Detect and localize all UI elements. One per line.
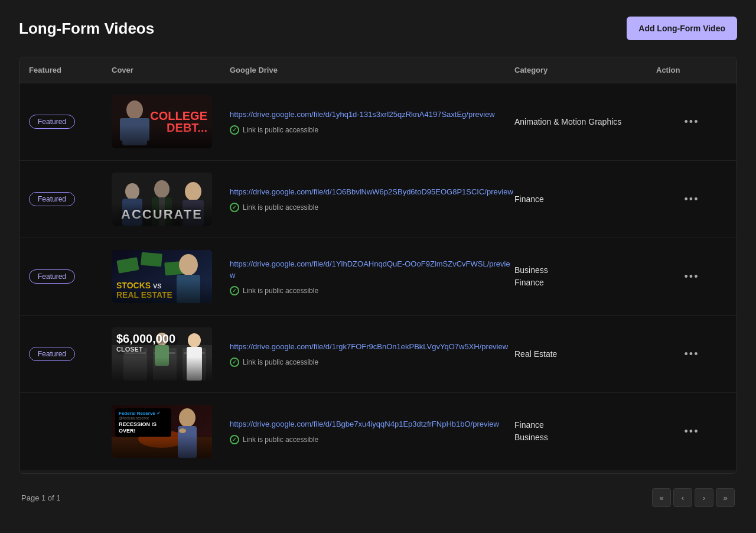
more-actions-button[interactable]: •••: [680, 346, 704, 363]
svg-point-16: [179, 254, 198, 275]
cover-cell: Federal Reserve ✓ @federalreserve RECESS…: [112, 405, 230, 458]
drive-url-link[interactable]: https://drive.google.com/file/d/1rgk7FOF…: [230, 341, 514, 353]
category-cell: Animation & Motion Graphics: [514, 116, 656, 128]
featured-cell: Featured: [29, 347, 112, 361]
featured-badge: Featured: [29, 347, 75, 361]
featured-cell: Featured: [29, 192, 112, 206]
category-cell: BusinessFinance: [514, 264, 656, 289]
link-status: Link is public accessible: [230, 286, 514, 295]
featured-badge: Featured: [29, 269, 75, 284]
link-status: Link is public accessible: [230, 125, 514, 135]
more-actions-button[interactable]: •••: [680, 191, 704, 208]
link-status: Link is public accessible: [230, 435, 514, 444]
link-status: Link is public accessible: [230, 358, 514, 367]
svg-point-5: [125, 183, 139, 200]
cover-thumbnail: Federal Reserve ✓ @federalreserve RECESS…: [112, 405, 212, 458]
drive-link-cell: https://drive.google.com/file/d/1YlhDZOA…: [230, 258, 514, 295]
table-row: Featured COLLEGEDEBT...: [19, 83, 737, 161]
category-cell: FinanceBusiness: [514, 419, 656, 444]
page-title: Long-Form Videos: [19, 20, 154, 38]
drive-url-link[interactable]: https://drive.google.com/file/d/1YlhDZOA…: [230, 258, 514, 281]
category-cell: Real Estate: [514, 348, 656, 360]
action-cell: •••: [656, 268, 727, 285]
first-page-button[interactable]: «: [652, 488, 671, 507]
category-cell: Finance: [514, 193, 656, 206]
th-category: Category: [514, 66, 656, 74]
tweet-overlay: Federal Reserve ✓ @federalreserve RECESS…: [115, 408, 171, 437]
cover-cell: $6,000,000CLOSET: [112, 327, 230, 381]
table-row: Featured: [19, 316, 737, 393]
th-action: Action: [656, 66, 727, 74]
cover-cell: STOCKS vsREAL ESTATE: [112, 250, 230, 303]
svg-point-28: [188, 333, 201, 347]
link-status-text: Link is public accessible: [243, 203, 318, 212]
featured-cell: Featured: [29, 115, 112, 129]
cover-thumbnail: STOCKS vsREAL ESTATE: [112, 250, 212, 303]
next-page-button[interactable]: ›: [695, 488, 713, 507]
action-cell: •••: [656, 113, 727, 131]
drive-link-cell: https://drive.google.com/file/d/1Bgbe7xu…: [230, 418, 514, 444]
table-header: Featured Cover Google Drive Category Act…: [19, 57, 737, 83]
link-status-text: Link is public accessible: [243, 436, 318, 444]
pagination: Page 1 of 1 « ‹ › »: [19, 479, 737, 516]
link-status: Link is public accessible: [230, 203, 514, 212]
page-info: Page 1 of 1: [21, 493, 61, 502]
check-icon: [230, 203, 239, 212]
check-icon: [230, 435, 239, 444]
drive-url-link[interactable]: https://drive.google.com/file/d/1O6BbvlN…: [230, 186, 514, 198]
link-status-text: Link is public accessible: [243, 126, 318, 134]
table-body: Featured COLLEGEDEBT...: [19, 83, 737, 470]
svg-point-7: [154, 180, 170, 198]
featured-badge: Featured: [29, 192, 75, 206]
svg-rect-14: [141, 252, 162, 267]
featured-badge: Featured: [29, 115, 75, 129]
last-page-button[interactable]: »: [716, 488, 735, 507]
svg-point-35: [179, 428, 186, 433]
th-google-drive: Google Drive: [230, 66, 514, 74]
cover-thumbnail: COLLEGEDEBT...: [112, 95, 212, 148]
cover-thumbnail: $6,000,000CLOSET: [112, 327, 212, 381]
th-cover: Cover: [112, 66, 230, 74]
page-header: Long-Form Videos Add Long-Form Video: [19, 17, 737, 40]
drive-url-link[interactable]: https://drive.google.com/file/d/1yhq1d-1…: [230, 109, 514, 121]
action-cell: •••: [656, 191, 727, 208]
check-icon: [230, 358, 239, 367]
drive-link-cell: https://drive.google.com/file/d/1rgk7FOF…: [230, 341, 514, 367]
svg-point-0: [126, 100, 143, 119]
table-row: Featured: [19, 238, 737, 316]
more-actions-button[interactable]: •••: [680, 113, 704, 131]
check-icon: [230, 125, 239, 135]
link-status-text: Link is public accessible: [243, 358, 318, 366]
drive-link-cell: https://drive.google.com/file/d/1O6BbvlN…: [230, 186, 514, 212]
cover-thumbnail: ACCURATE: [112, 173, 212, 226]
thumb-text: $6,000,000CLOSET: [116, 332, 175, 353]
cover-cell: COLLEGEDEBT...: [112, 95, 230, 148]
link-status-text: Link is public accessible: [243, 287, 318, 295]
th-featured: Featured: [29, 66, 112, 74]
svg-point-33: [179, 408, 195, 427]
add-video-button[interactable]: Add Long-Form Video: [627, 17, 737, 40]
table-row: Featured: [19, 161, 737, 238]
action-cell: •••: [656, 346, 727, 363]
table-row: Federal Reserve ✓ @federalreserve RECESS…: [19, 393, 737, 470]
svg-point-10: [185, 182, 201, 201]
featured-cell: Featured: [29, 269, 112, 284]
check-icon: [230, 286, 239, 295]
videos-table: Featured Cover Google Drive Category Act…: [19, 57, 737, 474]
more-actions-button[interactable]: •••: [680, 268, 704, 285]
prev-page-button[interactable]: ‹: [673, 488, 692, 507]
page-controls: « ‹ › »: [652, 488, 735, 507]
drive-link-cell: https://drive.google.com/file/d/1yhq1d-1…: [230, 109, 514, 135]
cover-cell: ACCURATE: [112, 173, 230, 226]
more-actions-button[interactable]: •••: [680, 423, 704, 440]
action-cell: •••: [656, 423, 727, 440]
drive-url-link[interactable]: https://drive.google.com/file/d/1Bgbe7xu…: [230, 418, 514, 430]
